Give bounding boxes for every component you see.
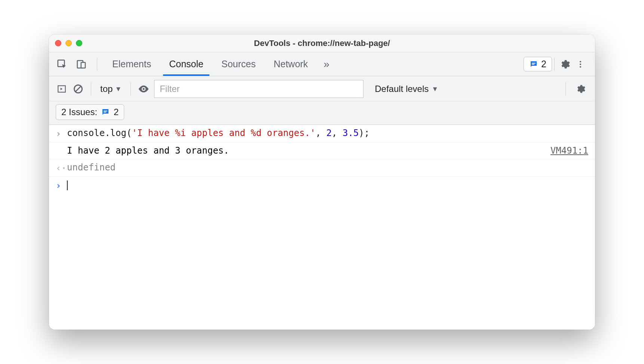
svg-point-5 xyxy=(580,61,581,62)
svg-rect-12 xyxy=(104,111,107,111)
maximize-window-button[interactable] xyxy=(76,40,82,46)
text-cursor xyxy=(67,181,68,190)
log-levels-selector[interactable]: Default levels ▼ xyxy=(375,84,438,94)
svg-rect-3 xyxy=(532,63,536,64)
tab-sources[interactable]: Sources xyxy=(212,52,265,76)
context-selector[interactable]: top ▼ xyxy=(98,82,124,96)
tab-elements[interactable]: Elements xyxy=(103,52,160,76)
gear-icon xyxy=(559,59,570,70)
svg-point-6 xyxy=(580,64,581,65)
message-icon xyxy=(529,60,538,69)
issues-count: 2 xyxy=(114,107,119,117)
clear-icon xyxy=(73,84,83,94)
code-token: ); xyxy=(359,128,369,138)
code-token: 3.5 xyxy=(343,128,359,138)
console-input-row: › console.log('I have %i apples and %d o… xyxy=(49,125,595,142)
context-label: top xyxy=(100,84,113,94)
code-token: 2 xyxy=(326,128,332,138)
issues-chip[interactable]: 2 Issues: 2 xyxy=(56,104,124,120)
console-prompt-row[interactable]: › xyxy=(49,177,595,194)
code-token: , xyxy=(332,128,343,138)
divider xyxy=(554,58,555,71)
issues-badge[interactable]: 2 xyxy=(524,57,552,71)
settings-button[interactable] xyxy=(557,56,573,72)
code-token: , xyxy=(316,128,326,138)
inspect-element-icon[interactable] xyxy=(56,58,68,71)
tab-network[interactable]: Network xyxy=(265,52,317,76)
console-return-row: ‹· undefined xyxy=(49,159,595,177)
svg-line-10 xyxy=(76,86,81,92)
return-value: undefined xyxy=(67,162,588,173)
more-options-button[interactable] xyxy=(573,56,588,72)
chevron-down-icon: ▼ xyxy=(115,85,122,93)
issues-label: 2 Issues: xyxy=(61,107,97,117)
issues-count: 2 xyxy=(541,59,546,70)
tab-console[interactable]: Console xyxy=(160,52,212,76)
input-caret-icon: › xyxy=(56,128,67,139)
issues-row: 2 Issues: 2 xyxy=(49,101,595,125)
svg-point-11 xyxy=(143,88,145,90)
message-icon xyxy=(101,108,110,117)
levels-label: Default levels xyxy=(375,84,429,94)
tab-label: Console xyxy=(169,59,203,70)
main-tabbar: Elements Console Sources Network » 2 xyxy=(49,52,595,76)
gutter-spacer xyxy=(56,145,67,146)
prompt-caret-icon: › xyxy=(56,180,67,191)
device-toolbar-icon[interactable] xyxy=(75,58,88,71)
divider xyxy=(97,58,97,71)
tab-label: Sources xyxy=(221,59,256,70)
svg-rect-2 xyxy=(81,62,85,68)
divider xyxy=(131,82,131,96)
eye-icon xyxy=(138,83,150,95)
console-prompt-input[interactable] xyxy=(67,180,588,190)
divider xyxy=(91,82,91,96)
return-caret-icon: ‹· xyxy=(56,162,67,173)
svg-point-7 xyxy=(580,66,581,68)
sidebar-icon xyxy=(57,84,67,94)
code-token: console.log( xyxy=(67,128,132,138)
close-window-button[interactable] xyxy=(55,40,61,46)
svg-rect-13 xyxy=(104,112,106,112)
devtools-window: DevTools - chrome://new-tab-page/ Elemen… xyxy=(49,34,595,330)
kebab-icon xyxy=(576,60,585,69)
gear-icon xyxy=(575,84,586,94)
tab-label: Network xyxy=(274,59,308,70)
toggle-drawer-button[interactable] xyxy=(56,83,68,95)
live-expression-button[interactable] xyxy=(138,83,150,95)
source-link[interactable]: VM491:1 xyxy=(545,145,588,156)
console-output-text: I have 2 apples and 3 oranges. xyxy=(67,145,545,156)
tab-label: Elements xyxy=(112,59,151,70)
console-toolbar: top ▼ Default levels ▼ xyxy=(49,76,595,101)
console-input-code[interactable]: console.log('I have %i apples and %d ora… xyxy=(67,128,588,138)
clear-console-button[interactable] xyxy=(72,83,84,95)
code-token: 'I have %i apples and %d oranges.' xyxy=(132,128,315,138)
svg-rect-4 xyxy=(532,64,534,65)
filter-input[interactable] xyxy=(154,80,364,98)
console-output-row: I have 2 apples and 3 oranges. VM491:1 xyxy=(49,142,595,159)
titlebar: DevTools - chrome://new-tab-page/ xyxy=(49,34,595,52)
more-tabs-button[interactable]: » xyxy=(320,58,333,70)
chevron-down-icon: ▼ xyxy=(432,85,438,93)
console-settings-button[interactable] xyxy=(573,81,588,97)
window-title: DevTools - chrome://new-tab-page/ xyxy=(49,38,595,48)
minimize-window-button[interactable] xyxy=(65,40,72,46)
tabs: Elements Console Sources Network xyxy=(103,52,317,76)
traffic-lights xyxy=(55,40,82,46)
divider xyxy=(565,82,566,96)
console-body: › console.log('I have %i apples and %d o… xyxy=(49,125,595,330)
